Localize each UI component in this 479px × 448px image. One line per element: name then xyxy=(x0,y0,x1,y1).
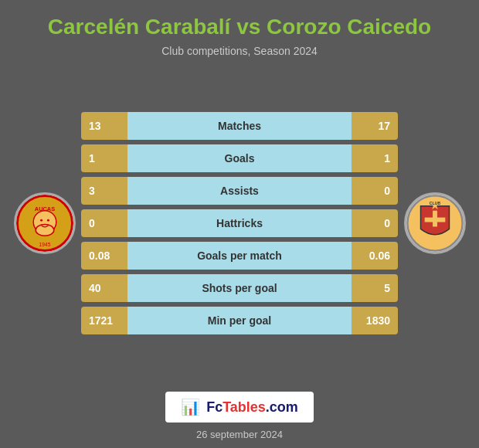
stat-label: Shots per goal xyxy=(127,274,352,302)
footer-logo-section: 📊 FcTables.com xyxy=(0,385,479,426)
svg-rect-10 xyxy=(424,218,445,222)
stat-label: Min per goal xyxy=(127,307,352,334)
fctables-icon: 📊 xyxy=(181,398,200,416)
svg-point-6 xyxy=(46,219,49,222)
stat-value-right: 0.06 xyxy=(352,242,398,270)
aucas-svg: AUCAS 1945 xyxy=(16,195,73,252)
team-logo-left: AUCAS 1945 xyxy=(14,192,76,254)
logo-left: AUCAS 1945 xyxy=(8,192,81,254)
stat-value-left: 1 xyxy=(81,144,127,172)
stat-row: 0Hattricks0 xyxy=(81,209,398,237)
stat-row: 13Matches17 xyxy=(81,112,398,140)
fctables-box: 📊 FcTables.com xyxy=(165,392,314,423)
logo-right: CLUB xyxy=(398,192,471,254)
stat-value-right: 0 xyxy=(352,209,398,237)
stat-value-right: 17 xyxy=(352,112,398,140)
stat-label: Goals xyxy=(127,144,352,172)
svg-point-5 xyxy=(40,219,42,222)
main-title: Carcelén Carabalí vs Corozo Caicedo xyxy=(15,14,464,40)
stat-row: 3Assists0 xyxy=(81,177,398,205)
stat-label: Matches xyxy=(127,112,352,140)
svg-point-4 xyxy=(36,225,54,236)
fctables-text: FcTables.com xyxy=(206,399,298,416)
subtitle: Club competitions, Season 2024 xyxy=(15,45,464,57)
corozo-svg: CLUB xyxy=(406,195,464,252)
stat-label: Assists xyxy=(127,177,352,205)
stat-value-left: 3 xyxy=(81,177,127,205)
svg-text:1945: 1945 xyxy=(39,242,50,247)
stat-row: 40Shots per goal5 xyxy=(81,274,398,302)
content-area: AUCAS 1945 13Matches171Goals13Assists00H… xyxy=(0,62,479,385)
stat-value-right: 1830 xyxy=(352,307,398,334)
stat-row: 1721Min per goal1830 xyxy=(81,307,398,334)
stat-value-left: 1721 xyxy=(81,307,127,334)
svg-text:CLUB: CLUB xyxy=(429,202,440,206)
stat-row: 0.08Goals per match0.06 xyxy=(81,242,398,270)
title-section: Carcelén Carabalí vs Corozo Caicedo Club… xyxy=(0,0,479,62)
stat-label: Goals per match xyxy=(127,242,352,270)
stat-value-left: 0 xyxy=(81,209,127,237)
stat-value-right: 0 xyxy=(352,177,398,205)
team-logo-right: CLUB xyxy=(404,192,466,254)
stat-row: 1Goals1 xyxy=(81,144,398,172)
stat-label: Hattricks xyxy=(127,209,352,237)
stat-value-right: 5 xyxy=(352,274,398,302)
stats-table: 13Matches171Goals13Assists00Hattricks00.… xyxy=(81,112,398,334)
stat-value-right: 1 xyxy=(352,144,398,172)
stat-value-left: 0.08 xyxy=(81,242,127,270)
date-text: 26 september 2024 xyxy=(0,426,479,448)
stat-value-left: 13 xyxy=(81,112,127,140)
stat-value-left: 40 xyxy=(81,274,127,302)
